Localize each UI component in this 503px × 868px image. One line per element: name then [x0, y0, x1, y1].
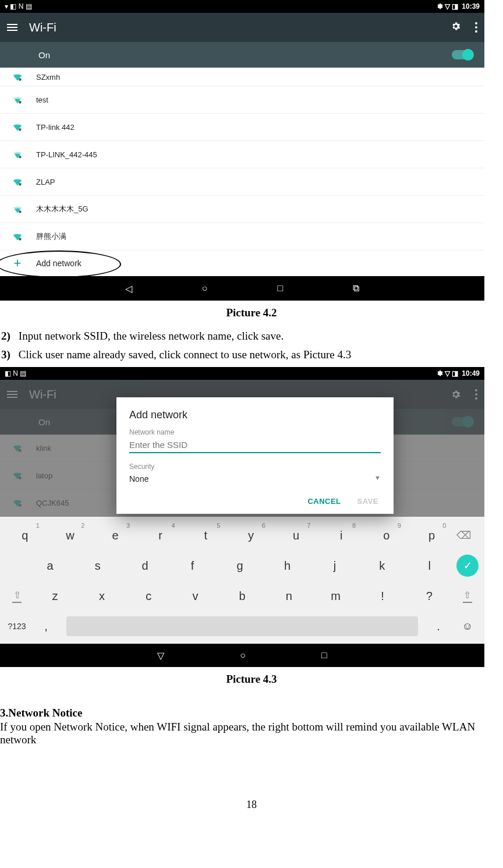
- gear-icon: [451, 21, 461, 31]
- network-list: SZxmh test TP-link 442 TP-LINK_442-445 Z…: [0, 68, 484, 250]
- key-![interactable]: !: [362, 590, 403, 603]
- key-m[interactable]: m: [316, 590, 356, 603]
- shift-key[interactable]: ⇧: [456, 590, 479, 603]
- nav-bar: ◁ ○ □ ⧉: [0, 276, 484, 301]
- svg-rect-4: [19, 183, 21, 185]
- clock: 10:49: [462, 369, 480, 377]
- wifi-icon: [12, 72, 23, 82]
- space-key[interactable]: [66, 616, 418, 636]
- comma-key[interactable]: ,: [31, 620, 61, 633]
- add-network-row[interactable]: + Add network: [0, 250, 484, 276]
- soft-keyboard: q1w2e3r4t5y6u7i8o9p0⌫ asdfghjkl✓ ⇧zxcvbn…: [0, 517, 484, 644]
- key-t[interactable]: t5: [185, 529, 226, 542]
- screenshot-wifi-list: ▾ ◧ N ▤ ✽ ▽ ◨ 10:39 Wi-Fi On SZxmh test …: [0, 0, 484, 301]
- plus-icon: +: [12, 256, 23, 271]
- network-row[interactable]: SZxmh: [0, 68, 484, 86]
- key-a[interactable]: a: [30, 559, 70, 573]
- period-key[interactable]: .: [424, 620, 453, 633]
- overview-button[interactable]: □: [278, 283, 284, 294]
- section-network-notice: 3.Network Notice If you open Network Not…: [0, 704, 503, 749]
- key-d[interactable]: d: [125, 559, 165, 573]
- network-row[interactable]: ZLAP: [0, 168, 484, 196]
- key-x[interactable]: x: [82, 590, 122, 603]
- key-r[interactable]: r4: [140, 529, 181, 542]
- network-row[interactable]: TP-LINK_442-445: [0, 141, 484, 168]
- key-p[interactable]: p0: [411, 529, 452, 542]
- wifi-icon: [12, 95, 23, 104]
- key-o[interactable]: o9: [366, 529, 407, 542]
- step-number: 2): [1, 330, 10, 343]
- hamburger-icon: [7, 27, 17, 28]
- key-j[interactable]: j: [314, 559, 355, 573]
- step-text: Input network SSID, the wireless network…: [19, 330, 284, 343]
- key-b[interactable]: b: [222, 590, 263, 603]
- add-network-dialog: Add network Network name Security None ▼…: [116, 397, 394, 514]
- home-button[interactable]: ○: [202, 283, 208, 294]
- menu-button[interactable]: [7, 27, 17, 28]
- wifi-icon: [12, 232, 23, 241]
- key-y[interactable]: y6: [231, 529, 271, 542]
- dialog-title: Add network: [129, 409, 381, 421]
- shift-key[interactable]: ⇧: [5, 590, 29, 603]
- svg-rect-6: [19, 238, 21, 240]
- key-f[interactable]: f: [172, 559, 213, 573]
- dropdown-icon: ▼: [374, 474, 381, 484]
- settings-button[interactable]: [451, 21, 461, 34]
- key-q[interactable]: q1: [5, 529, 45, 542]
- status-bar: ▾ ◧ N ▤ ✽ ▽ ◨ 10:39: [0, 0, 484, 13]
- key-h[interactable]: h: [267, 559, 307, 573]
- screenshot-add-network: ◧ N ▤ ✽ ▽ ◨ 10:49 Wi-Fi On klink latop: [0, 367, 484, 667]
- network-name: test: [36, 96, 48, 104]
- app-bar: Wi-Fi: [0, 13, 484, 42]
- key-k[interactable]: k: [362, 559, 402, 573]
- svg-rect-2: [19, 128, 21, 130]
- status-icons: ◧ N ▤: [5, 369, 26, 377]
- key-g[interactable]: g: [219, 559, 260, 573]
- key-z[interactable]: z: [35, 590, 76, 603]
- add-network-label: Add network: [36, 259, 82, 268]
- enter-key[interactable]: ✓: [456, 555, 479, 577]
- key-w[interactable]: w2: [49, 529, 90, 542]
- toggle-label: On: [38, 50, 50, 60]
- back-button[interactable]: ◁: [125, 283, 132, 294]
- security-label: Security: [129, 463, 381, 471]
- mode-key[interactable]: ?123: [2, 622, 31, 631]
- wifi-icon: [12, 122, 23, 132]
- key-c[interactable]: c: [128, 590, 169, 603]
- backspace-key[interactable]: ⌫: [456, 529, 480, 542]
- key-?[interactable]: ?: [409, 590, 449, 603]
- network-name: SZxmh: [36, 73, 60, 82]
- security-select[interactable]: None ▼: [129, 471, 381, 486]
- security-value: None: [129, 474, 148, 484]
- key-v[interactable]: v: [175, 590, 216, 603]
- network-name: 木木木木木_5G: [36, 204, 88, 214]
- hide-keyboard-button[interactable]: ▽: [157, 650, 164, 661]
- key-l[interactable]: l: [409, 559, 450, 573]
- network-row[interactable]: 木木木木木_5G: [0, 196, 484, 223]
- cancel-button[interactable]: CANCEL: [307, 497, 341, 506]
- network-row[interactable]: 胖熊小满: [0, 223, 484, 250]
- save-button[interactable]: SAVE: [357, 497, 378, 506]
- screenshot-button[interactable]: ⧉: [353, 283, 359, 294]
- home-button[interactable]: ○: [240, 650, 246, 661]
- svg-rect-3: [19, 156, 21, 158]
- svg-rect-1: [19, 101, 21, 103]
- key-i[interactable]: i8: [321, 529, 362, 542]
- svg-rect-5: [19, 210, 21, 213]
- network-row[interactable]: test: [0, 86, 484, 114]
- key-s[interactable]: s: [77, 559, 118, 573]
- network-row[interactable]: TP-link 442: [0, 114, 484, 141]
- wifi-icon: [12, 150, 23, 159]
- step-number: 3): [1, 348, 10, 361]
- page-title: Wi-Fi: [29, 21, 439, 34]
- step-2: 2) Input network SSID, the wireless netw…: [1, 327, 503, 345]
- caption-4-3: Picture 4.3: [0, 671, 503, 688]
- ssid-input[interactable]: [129, 436, 381, 453]
- emoji-key[interactable]: ☺: [453, 620, 482, 633]
- overview-button[interactable]: □: [321, 650, 327, 661]
- key-u[interactable]: u7: [276, 529, 317, 542]
- wifi-toggle[interactable]: [452, 50, 473, 59]
- key-e[interactable]: e3: [95, 529, 136, 542]
- key-n[interactable]: n: [268, 590, 309, 603]
- more-button[interactable]: [475, 22, 477, 33]
